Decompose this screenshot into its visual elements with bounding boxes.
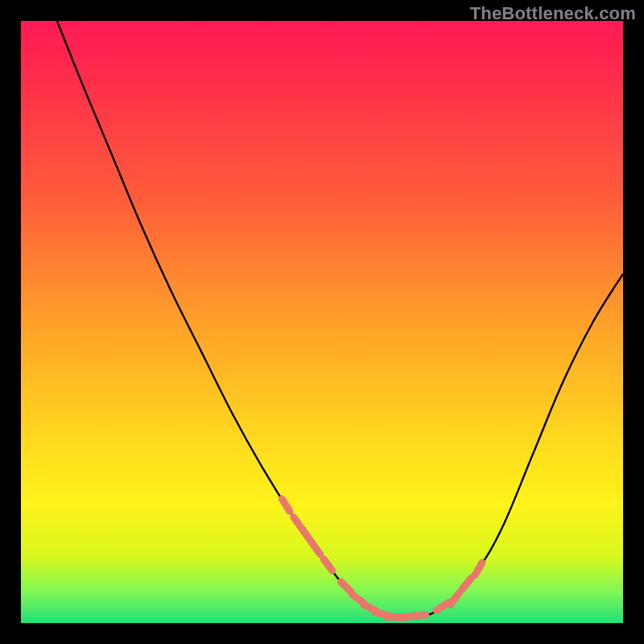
bottleneck-curve (21, 21, 623, 623)
curve-marker (282, 499, 290, 511)
curve-marker (341, 582, 352, 592)
curve-marker (324, 559, 332, 570)
curve-marker (411, 615, 426, 617)
curve-marker (312, 543, 320, 555)
plot-area (21, 21, 623, 623)
curve-marker (475, 563, 482, 576)
chart-stage: TheBottleneck.com (0, 0, 644, 644)
curve-marker (462, 578, 471, 589)
curve-marker (450, 593, 459, 605)
